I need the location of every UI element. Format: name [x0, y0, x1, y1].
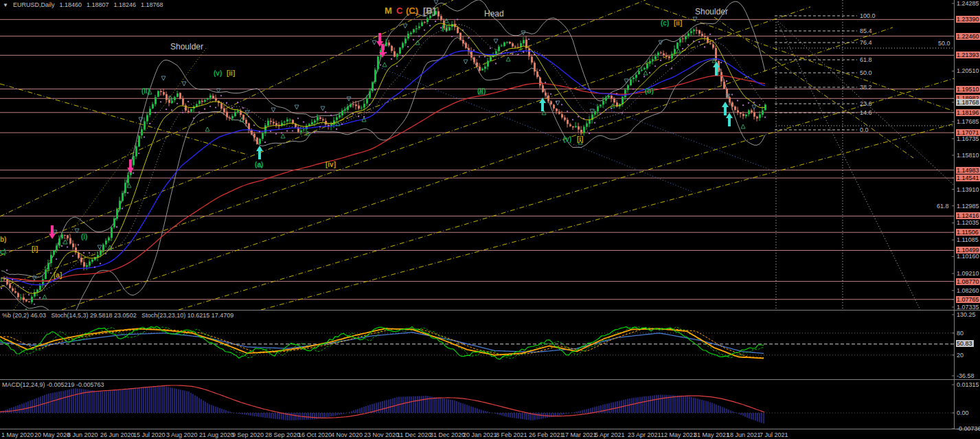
pattern-label: (i) — [442, 24, 448, 32]
time-axis-label: 15 Jul 2020 — [133, 431, 166, 438]
time-axis-label: 4 Nov 2020 — [331, 431, 363, 438]
ohlc-high: 1.18807 — [87, 1, 109, 8]
stochastic-indicator-label: %b (20,2) 46.03 Stoch(14,5,3) 29.5818 23… — [2, 312, 233, 319]
time-axis-label: 8 Feb 2021 — [496, 431, 527, 438]
pattern-label: b) — [0, 236, 6, 243]
macd-indicator-label: MACD(12,24,9) -0.005219 -0.005763 — [2, 381, 104, 388]
price-axis-tick: 1.12035 — [957, 219, 979, 226]
fib-level-label: 14.6 — [860, 109, 872, 116]
fractal-down-icon — [295, 105, 299, 109]
price-axis-tick: 1.16735 — [957, 135, 979, 142]
price-axis-tick: 1.23390 — [956, 16, 980, 23]
symbol-dropdown-icon[interactable]: ▼ — [3, 2, 8, 8]
pattern-label: Shoulder — [170, 42, 203, 52]
fib-level-label: 100.0 — [860, 12, 876, 19]
pattern-label: (v) — [214, 69, 222, 77]
pattern-label: (v) — [563, 135, 571, 143]
price-axis-tick: 1.14983 — [956, 167, 980, 174]
price-axis-tick: 1.22460 — [956, 33, 980, 40]
price-axis-tick: 1.08260 — [957, 287, 979, 294]
fractal-down-icon — [98, 245, 102, 249]
fractal-up-icon — [643, 71, 648, 75]
fractal-up-icon — [205, 127, 209, 131]
time-axis-label: 11 Dec 2020 — [397, 431, 431, 438]
price-axis-tick: 1.11506 — [956, 229, 980, 236]
price-axis-tick: 1.11085 — [957, 236, 979, 243]
buy-signal-arrow-icon — [722, 102, 729, 115]
indicator2-axis-tick: -0.007362 — [957, 425, 980, 432]
price-axis-tick: 1.24285 — [957, 0, 979, 7]
fractal-down-icon — [139, 117, 143, 122]
pattern-label: [i] — [32, 245, 38, 253]
macd-panel-layer — [0, 385, 954, 424]
fib-level-label: 76.4 — [860, 39, 872, 46]
fractal-up-icon — [415, 41, 420, 45]
indicator1-axis-tick: 50.83 — [956, 340, 974, 347]
time-axis-label: 20 Jan 2021 — [463, 431, 497, 438]
price-axis-tick: 1.12985 — [957, 203, 979, 210]
fractal-down-icon — [752, 105, 756, 109]
fractal-down-icon — [161, 76, 166, 80]
symbol-title-bar: ▼ EURUSD,Daily 1.18460 1.18807 1.18246 1… — [3, 1, 163, 8]
price-axis-tick: 1.12416 — [956, 212, 980, 219]
time-axis-label: 26 Feb 2021 — [529, 431, 564, 438]
time-axis-label: 17 Mar 2021 — [562, 431, 597, 438]
fractal-up-icon — [281, 134, 285, 138]
pattern-label: c) — [0, 248, 6, 256]
fractal-down-icon — [372, 41, 376, 45]
stochastic-panel-layer — [0, 326, 954, 359]
pattern-label: (c) — [661, 19, 669, 27]
time-axis-label: 5 Apr 2021 — [595, 431, 625, 438]
ohlc-open: 1.18460 — [59, 1, 82, 8]
price-axis-tick: 1.07765 — [956, 296, 980, 303]
symbol-timeframe-label: EURUSD,Daily — [13, 1, 55, 8]
price-axis-tick: 1.10160 — [957, 253, 979, 260]
price-axis-tick: 1.07335 — [957, 304, 979, 311]
indicator1-axis-tick: 80 — [957, 330, 964, 337]
fractal-down-icon — [464, 60, 468, 64]
fib-level-label: 23.6 — [860, 100, 872, 107]
time-axis-label: 16 Oct 2020 — [298, 431, 332, 438]
pattern-label: (a) — [255, 161, 263, 168]
price-axis-tick: 1.15810 — [957, 152, 979, 159]
pattern-label: [a] — [54, 271, 62, 279]
buy-signal-arrow-icon — [256, 146, 263, 159]
price-axis-tick: 1.19510 — [956, 86, 980, 93]
pattern-label: Head — [484, 9, 504, 19]
chart-window: 100.085.476.461.850.038.223.614.60.050.0… — [0, 0, 980, 439]
fractal-up-icon — [741, 124, 745, 128]
fractal-down-icon — [321, 106, 325, 111]
current-price-tick: 1.18768 — [956, 99, 980, 106]
time-axis-label: 21 Aug 2020 — [199, 431, 234, 438]
main-panel-layer: 100.085.476.461.850.038.223.614.60.050.0… — [0, 0, 980, 324]
fractal-down-icon — [403, 24, 407, 28]
time-axis-label: 8 Jun 2020 — [67, 431, 98, 438]
time-axis-label: 3 Aug 2020 — [166, 431, 198, 438]
indicator1-axis-tick: -36.58 — [957, 372, 975, 379]
fib-level-label: 61.8 — [860, 56, 872, 63]
time-axis-label: 23 Nov 2020 — [364, 431, 399, 438]
indicator1-axis-tick: 20 — [957, 352, 964, 359]
pattern-label: [ii] — [674, 19, 682, 27]
fractal-down-icon — [347, 97, 351, 101]
pattern-label: [ii] — [227, 69, 235, 77]
fractal-up-icon — [63, 240, 67, 244]
fractal-down-icon — [182, 82, 186, 86]
time-axis-label: 12 May 2021 — [661, 431, 696, 438]
time-axis-label: 26 Jun 2020 — [100, 431, 135, 438]
pattern-label: (ii) — [141, 87, 150, 95]
pattern-label: M — [385, 5, 392, 16]
indicator2-axis-tick: 0.01315 — [957, 381, 979, 388]
price-chart-canvas[interactable]: 100.085.476.461.850.038.223.614.60.050.0… — [0, 0, 980, 439]
pattern-label: [iv] — [326, 161, 336, 168]
fractal-up-icon — [676, 49, 681, 53]
fib-level-label: 50.0 — [860, 69, 872, 76]
time-axis-label: 9 Sep 2020 — [232, 431, 264, 438]
pattern-label: (b) — [645, 87, 654, 95]
pattern-label: [i] — [577, 135, 583, 143]
fib-level-label: 85.4 — [860, 27, 872, 34]
pattern-label: Shoulder — [695, 7, 728, 16]
price-axis-tick: 1.08770 — [956, 278, 980, 285]
time-axis-label: 23 Apr 2021 — [628, 431, 661, 438]
fractal-up-icon — [43, 295, 47, 299]
